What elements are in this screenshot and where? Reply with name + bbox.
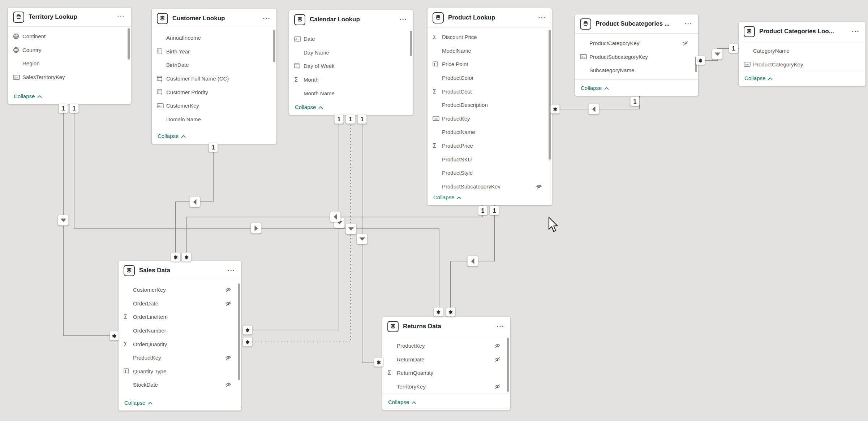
field-row[interactable]: Country xyxy=(8,43,131,57)
field-row[interactable]: ΣProductPrice xyxy=(427,139,552,153)
field-row[interactable]: CategoryName xyxy=(739,44,865,58)
field-row[interactable]: xBirth Year xyxy=(152,45,276,58)
cardinality-many-badge: ✱ xyxy=(374,358,383,367)
field-label: ProductStyle xyxy=(442,170,548,176)
field-row[interactable]: xPrice Point xyxy=(427,57,552,71)
field-label: Customer Priority xyxy=(166,89,273,95)
field-row[interactable]: Continent xyxy=(8,30,131,43)
collapse-button[interactable]: Collapse xyxy=(744,75,773,81)
field-row[interactable]: A=Date xyxy=(289,32,413,46)
table-card-sales-data[interactable]: Sales Data···CustomerKeyOrderDateΣOrderL… xyxy=(119,261,241,411)
vertical-scrollbar[interactable] xyxy=(549,30,551,160)
cardinality-one-badge: 1 xyxy=(631,97,640,106)
field-row[interactable]: Day Name xyxy=(289,46,413,60)
more-options-icon[interactable]: ··· xyxy=(851,30,860,33)
field-label: SalesTerritoryKey xyxy=(22,74,127,80)
more-options-icon[interactable]: ··· xyxy=(399,18,408,21)
collapse-button[interactable]: Collapse xyxy=(433,194,461,200)
field-row[interactable]: SubcategoryName xyxy=(575,64,698,77)
field-row[interactable]: ProductStyle xyxy=(427,166,552,180)
field-row[interactable]: ProductName xyxy=(427,125,552,139)
field-row[interactable]: A=ProductKey xyxy=(427,112,552,126)
field-row[interactable]: A=ProductSubcategoryKey xyxy=(575,50,698,64)
field-row[interactable]: ProductSubcategoryKey xyxy=(427,180,552,189)
table-card-returns-data[interactable]: Returns Data···ProductKeyReturnDateΣRetu… xyxy=(382,317,510,410)
vertical-scrollbar[interactable] xyxy=(410,31,412,56)
field-row[interactable]: AnnualIncome xyxy=(152,31,276,45)
field-row[interactable]: ReturnDate xyxy=(382,353,510,366)
field-row[interactable]: xCustomer Full Name (CC) xyxy=(152,72,276,86)
more-options-icon[interactable]: ··· xyxy=(496,325,505,328)
field-row[interactable]: xQuantity Type xyxy=(119,365,241,378)
field-row[interactable]: StockDate xyxy=(119,378,241,392)
vertical-scrollbar[interactable] xyxy=(507,338,509,392)
field-row[interactable]: ProductKey xyxy=(382,339,510,353)
relationship-line-sales-territory[interactable] xyxy=(63,104,119,336)
field-row[interactable]: Domain Name xyxy=(152,113,276,126)
vertical-scrollbar[interactable] xyxy=(273,30,275,62)
arrow-right-icon xyxy=(255,225,258,231)
field-row[interactable]: CustomerKey xyxy=(119,283,241,297)
field-row[interactable]: ModelName xyxy=(427,44,552,58)
field-row[interactable]: A=ProductCategoryKey xyxy=(739,58,865,70)
more-options-icon[interactable]: ··· xyxy=(538,16,547,19)
field-row[interactable]: ΣOrderQuantity xyxy=(119,337,241,351)
field-label: ReturnDate xyxy=(397,356,494,363)
field-row[interactable]: A=SalesTerritoryKey xyxy=(8,70,131,84)
table-card-product-categories[interactable]: Product Categories Loo...···CategoryName… xyxy=(739,22,865,86)
table-card-customer-lookup[interactable]: Customer Lookup···AnnualIncomexBirth Yea… xyxy=(152,9,276,144)
more-options-icon[interactable]: ··· xyxy=(227,269,236,272)
field-row[interactable]: ProductDescription xyxy=(427,98,552,112)
collapse-button[interactable]: Collapse xyxy=(581,85,609,91)
field-label: ProductName xyxy=(442,129,548,135)
arrow-left-icon xyxy=(471,258,474,264)
table-card-territory-lookup[interactable]: Territory Lookup···ContinentCountryRegio… xyxy=(8,8,131,104)
field-row[interactable]: OrderDate xyxy=(119,297,241,311)
sigma-icon: Σ xyxy=(124,313,133,320)
table-card-calendar-lookup[interactable]: Calendar Lookup···A=DateDay NamexDay of … xyxy=(289,10,413,115)
field-row[interactable]: TerritoryKey xyxy=(382,380,510,394)
collapse-button[interactable]: Collapse xyxy=(295,104,323,110)
collapse-button[interactable]: Collapse xyxy=(124,400,152,406)
field-row[interactable] xyxy=(8,84,131,88)
field-label: ProductSubcategoryKey xyxy=(442,183,536,189)
svg-text:A=: A= xyxy=(295,37,299,41)
field-row[interactable]: OrderNumber xyxy=(119,324,241,338)
more-options-icon[interactable]: ··· xyxy=(117,15,126,19)
field-row[interactable]: xCustomer Priority xyxy=(152,85,276,99)
field-row[interactable]: ΣReturnQuantity xyxy=(382,366,510,380)
field-row[interactable]: xDay of Week xyxy=(289,59,413,73)
cardinality-many-badge: ✱ xyxy=(551,105,560,114)
relationship-line-sales-calendar-orderdate[interactable] xyxy=(242,115,339,330)
collapse-button[interactable]: Collapse xyxy=(158,133,186,139)
field-row[interactable]: ΣMonth xyxy=(289,73,413,87)
table-card-product-lookup[interactable]: Product Lookup···ΣDiscount PriceModelNam… xyxy=(427,8,552,205)
collapse-button[interactable]: Collapse xyxy=(14,93,42,99)
collapse-button[interactable]: Collapse xyxy=(388,399,416,405)
more-options-icon[interactable]: ··· xyxy=(684,22,693,26)
more-options-icon[interactable]: ··· xyxy=(262,17,271,20)
filter-direction-arrow-right xyxy=(251,223,262,234)
field-row[interactable]: Region xyxy=(8,57,131,70)
table-card-product-subcategories[interactable]: Product Subcategories ...···ProductCateg… xyxy=(575,14,698,96)
field-row[interactable]: Month Name xyxy=(289,86,413,99)
field-row[interactable]: ΣOrderLineItem xyxy=(119,310,241,324)
cardinality-one-badge: 1 xyxy=(59,104,68,113)
model-view-canvas[interactable]: Territory Lookup···ContinentCountryRegio… xyxy=(0,0,868,421)
field-row[interactable]: BirthDate xyxy=(152,58,276,72)
vertical-scrollbar[interactable] xyxy=(128,28,130,60)
field-row[interactable]: ProductColor xyxy=(427,71,552,85)
field-row[interactable]: ΣProductCost xyxy=(427,84,552,98)
database-icon xyxy=(433,12,444,23)
field-row[interactable]: ProductSKU xyxy=(427,152,552,166)
cardinality-one-badge: 1 xyxy=(335,115,344,124)
field-row[interactable]: ProductCategoryKey xyxy=(575,36,698,50)
vertical-scrollbar[interactable] xyxy=(238,283,240,380)
field-row[interactable]: A=CustomerKey xyxy=(152,99,276,113)
field-row[interactable]: ΣDiscount Price xyxy=(427,30,552,44)
hidden-eye-icon xyxy=(225,355,232,360)
arrow-left-icon xyxy=(193,199,197,205)
field-row[interactable]: ProductKey xyxy=(119,351,241,365)
table-card-footer: Collapse xyxy=(152,128,276,144)
table-field-list: AnnualIncomexBirth YearBirthDatexCustome… xyxy=(152,28,276,128)
